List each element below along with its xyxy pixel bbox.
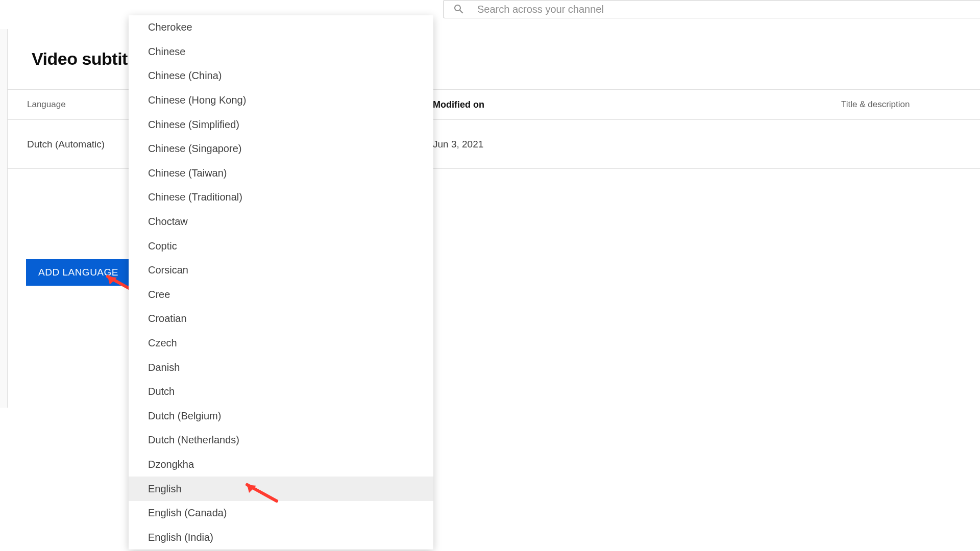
column-header-title-desc[interactable]: Title & description [841, 99, 910, 110]
language-option[interactable]: Chinese (Traditional) [129, 185, 433, 210]
row-language: Dutch (Automatic) [27, 139, 105, 150]
column-header-language[interactable]: Language [27, 99, 66, 110]
language-option[interactable]: Cherokee [129, 15, 433, 40]
add-language-button[interactable]: ADD LANGUAGE [26, 259, 131, 286]
language-option[interactable]: English (Canada) [129, 501, 433, 525]
language-option[interactable]: Dzongkha [129, 453, 433, 477]
language-option[interactable]: Chinese (China) [129, 64, 433, 88]
page-title: Video subtitl [32, 49, 132, 69]
language-option[interactable]: Croatian [129, 307, 433, 331]
language-dropdown[interactable]: CherokeeChineseChinese (China)Chinese (H… [129, 15, 433, 549]
language-option[interactable]: Chinese (Simplified) [129, 112, 433, 137]
language-option[interactable]: Chinese [129, 40, 433, 64]
language-option[interactable]: English [129, 477, 433, 501]
language-option[interactable]: Dutch (Netherlands) [129, 428, 433, 453]
language-option[interactable]: Danish [129, 355, 433, 380]
search-input[interactable] [477, 4, 971, 15]
language-option[interactable]: Dutch [129, 380, 433, 404]
language-option[interactable]: Choctaw [129, 210, 433, 234]
language-option[interactable]: Chinese (Taiwan) [129, 161, 433, 186]
language-option[interactable]: English (India) [129, 525, 433, 549]
search-bar[interactable] [443, 0, 980, 18]
language-option[interactable]: Chinese (Hong Kong) [129, 88, 433, 113]
sidebar-sliver [0, 29, 8, 408]
language-option[interactable]: Coptic [129, 234, 433, 258]
language-option[interactable]: Czech [129, 331, 433, 356]
language-option[interactable]: Corsican [129, 258, 433, 283]
language-option[interactable]: Cree [129, 283, 433, 307]
column-header-modified[interactable]: Modified on [433, 99, 484, 110]
row-modified: Jun 3, 2021 [433, 139, 483, 150]
language-option[interactable]: Chinese (Singapore) [129, 137, 433, 161]
language-option[interactable]: Dutch (Belgium) [129, 404, 433, 429]
search-icon [453, 3, 465, 15]
